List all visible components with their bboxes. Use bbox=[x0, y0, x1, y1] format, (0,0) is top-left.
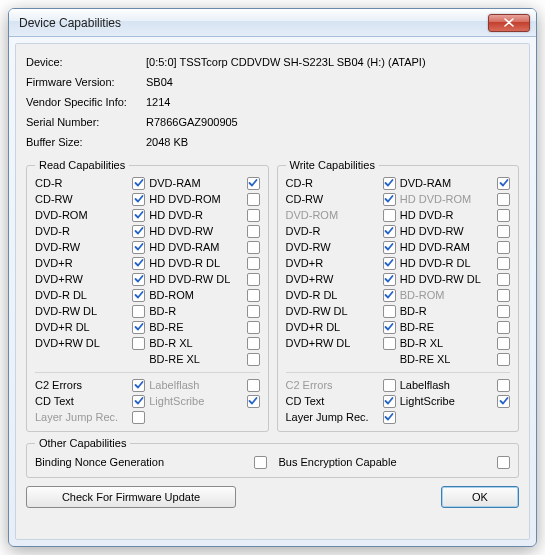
write-cap-checkbox[interactable] bbox=[383, 177, 396, 190]
write-cap-label: DVD+R bbox=[286, 257, 381, 269]
write-cap-checkbox[interactable] bbox=[497, 225, 510, 238]
read-cap-checkbox[interactable] bbox=[132, 289, 145, 302]
write-cap-checkbox[interactable] bbox=[383, 273, 396, 286]
write-cap-checkbox[interactable] bbox=[383, 289, 396, 302]
write-cap-row: HD DVD-RW DL bbox=[400, 271, 510, 287]
write-cap-checkbox[interactable] bbox=[383, 225, 396, 238]
read-cap-label: HD DVD-RW DL bbox=[149, 273, 244, 285]
write-cap-checkbox[interactable] bbox=[497, 257, 510, 270]
other-legend: Other Capabilities bbox=[35, 437, 130, 449]
read-extra-row: C2 Errors bbox=[35, 377, 145, 393]
other-cap-checkbox[interactable] bbox=[497, 456, 510, 469]
read-cap-label: BD-R XL bbox=[149, 337, 244, 349]
write-cap-checkbox[interactable] bbox=[497, 209, 510, 222]
other-cap-row: Bus Encryption Capable bbox=[279, 453, 511, 471]
read-extra-checkbox[interactable] bbox=[247, 395, 260, 408]
check-firmware-button[interactable]: Check For Firmware Update bbox=[26, 486, 236, 508]
write-cap-checkbox[interactable] bbox=[497, 241, 510, 254]
write-cap-row: CD-R bbox=[286, 175, 396, 191]
read-cap-label: DVD+R DL bbox=[35, 321, 130, 333]
firmware-label: Firmware Version: bbox=[26, 76, 146, 88]
write-extra-checkbox[interactable] bbox=[383, 395, 396, 408]
read-cap-row: HD DVD-R bbox=[149, 207, 259, 223]
close-icon bbox=[504, 18, 514, 27]
write-cap-label: DVD-RW bbox=[286, 241, 381, 253]
write-extra-label: Layer Jump Rec. bbox=[286, 411, 381, 423]
write-cap-checkbox[interactable] bbox=[383, 321, 396, 334]
write-extra-checkbox[interactable] bbox=[383, 411, 396, 424]
write-cap-row: DVD-R DL bbox=[286, 287, 396, 303]
read-cap-checkbox[interactable] bbox=[132, 273, 145, 286]
write-cap-checkbox[interactable] bbox=[497, 273, 510, 286]
write-cap-row: HD DVD-R DL bbox=[400, 255, 510, 271]
read-cap-checkbox[interactable] bbox=[247, 209, 260, 222]
write-cap-checkbox[interactable] bbox=[497, 289, 510, 302]
write-extra-checkbox[interactable] bbox=[383, 379, 396, 392]
read-cap-row: DVD+RW bbox=[35, 271, 145, 287]
read-cap-checkbox[interactable] bbox=[132, 257, 145, 270]
write-cap-label: HD DVD-RAM bbox=[400, 241, 495, 253]
write-cap-checkbox[interactable] bbox=[497, 353, 510, 366]
read-cap-checkbox[interactable] bbox=[132, 241, 145, 254]
read-cap-checkbox[interactable] bbox=[247, 305, 260, 318]
write-cap-checkbox[interactable] bbox=[497, 321, 510, 334]
write-cap-checkbox[interactable] bbox=[497, 305, 510, 318]
read-extra-checkbox[interactable] bbox=[132, 395, 145, 408]
read-cap-checkbox[interactable] bbox=[132, 193, 145, 206]
read-cap-checkbox[interactable] bbox=[247, 241, 260, 254]
write-cap-row: BD-R bbox=[400, 303, 510, 319]
read-cap-label: BD-R bbox=[149, 305, 244, 317]
read-cap-row: BD-RE XL bbox=[149, 351, 259, 367]
read-cap-label: HD DVD-R bbox=[149, 209, 244, 221]
read-cap-checkbox[interactable] bbox=[247, 273, 260, 286]
write-extra-checkbox[interactable] bbox=[497, 379, 510, 392]
write-cap-checkbox[interactable] bbox=[497, 193, 510, 206]
read-cap-checkbox[interactable] bbox=[132, 225, 145, 238]
close-button[interactable] bbox=[488, 14, 530, 32]
write-cap-checkbox[interactable] bbox=[497, 337, 510, 350]
read-cap-checkbox[interactable] bbox=[247, 353, 260, 366]
write-capabilities-group: Write Capabilities CD-RCD-RWDVD-ROMDVD-R… bbox=[277, 159, 520, 432]
write-extra-label: Labelflash bbox=[400, 379, 495, 391]
read-extra-checkbox[interactable] bbox=[247, 379, 260, 392]
write-cap-label: HD DVD-ROM bbox=[400, 193, 495, 205]
ok-button[interactable]: OK bbox=[441, 486, 519, 508]
write-cap-checkbox[interactable] bbox=[383, 337, 396, 350]
read-extra-checkbox[interactable] bbox=[132, 411, 145, 424]
divider bbox=[286, 372, 511, 373]
other-cap-checkbox[interactable] bbox=[254, 456, 267, 469]
read-cap-label: DVD+RW bbox=[35, 273, 130, 285]
write-cap-checkbox[interactable] bbox=[383, 209, 396, 222]
read-cap-row: HD DVD-ROM bbox=[149, 191, 259, 207]
read-extra-checkbox[interactable] bbox=[132, 379, 145, 392]
read-cap-checkbox[interactable] bbox=[247, 289, 260, 302]
write-cap-checkbox[interactable] bbox=[383, 241, 396, 254]
write-extra-row: Labelflash bbox=[400, 377, 510, 393]
read-cap-row: DVD-R DL bbox=[35, 287, 145, 303]
read-cap-checkbox[interactable] bbox=[247, 337, 260, 350]
read-cap-checkbox[interactable] bbox=[247, 225, 260, 238]
read-extra-label: Labelflash bbox=[149, 379, 244, 391]
write-cap-checkbox[interactable] bbox=[383, 305, 396, 318]
write-extra-row: C2 Errors bbox=[286, 377, 396, 393]
write-extra-checkbox[interactable] bbox=[497, 395, 510, 408]
read-cap-checkbox[interactable] bbox=[132, 209, 145, 222]
read-cap-checkbox[interactable] bbox=[132, 305, 145, 318]
read-cap-checkbox[interactable] bbox=[247, 321, 260, 334]
write-cap-checkbox[interactable] bbox=[383, 257, 396, 270]
read-cap-label: DVD-R DL bbox=[35, 289, 130, 301]
serial-label: Serial Number: bbox=[26, 116, 146, 128]
read-cap-label: DVD-RW DL bbox=[35, 305, 130, 317]
vendor-label: Vendor Specific Info: bbox=[26, 96, 146, 108]
read-cap-checkbox[interactable] bbox=[247, 193, 260, 206]
read-cap-row: DVD+R bbox=[35, 255, 145, 271]
read-cap-label: BD-RE bbox=[149, 321, 244, 333]
read-cap-checkbox[interactable] bbox=[132, 177, 145, 190]
write-cap-checkbox[interactable] bbox=[497, 177, 510, 190]
write-cap-checkbox[interactable] bbox=[383, 193, 396, 206]
read-cap-checkbox[interactable] bbox=[247, 177, 260, 190]
read-cap-checkbox[interactable] bbox=[132, 321, 145, 334]
read-cap-checkbox[interactable] bbox=[247, 257, 260, 270]
write-extra-label: C2 Errors bbox=[286, 379, 381, 391]
read-cap-checkbox[interactable] bbox=[132, 337, 145, 350]
